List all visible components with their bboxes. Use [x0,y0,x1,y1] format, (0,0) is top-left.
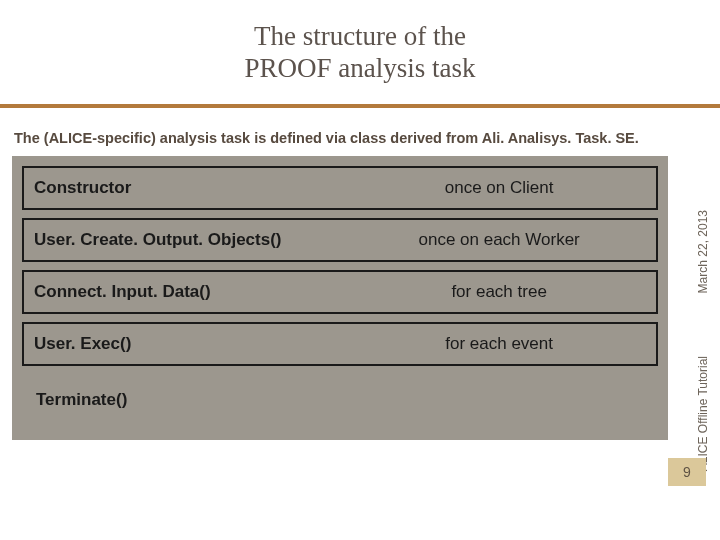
task-row-constructor: Constructor once on Client [22,166,658,210]
method-label: Connect. Input. Data() [34,282,352,302]
freq-label: once on each Worker [352,230,646,250]
side-date: March 22, 2013 [696,210,710,293]
slide-title: The structure of the PROOF analysis task [244,20,475,85]
title-line-1: The structure of the [254,21,466,51]
task-board: Constructor once on Client User. Create.… [12,156,668,440]
task-row-create-output: User. Create. Output. Objects() once on … [22,218,658,262]
freq-label: for each event [352,334,646,354]
page-number: 9 [683,464,691,480]
method-label: Constructor [34,178,352,198]
method-label: User. Create. Output. Objects() [34,230,352,250]
header-band: The structure of the PROOF analysis task [0,0,720,108]
task-row-connect-input: Connect. Input. Data() for each tree [22,270,658,314]
freq-label: for each tree [352,282,646,302]
terminate-label: Terminate() [22,390,658,410]
freq-label: once on Client [352,178,646,198]
description-text: The (ALICE-specific) analysis task is de… [14,130,708,146]
title-line-2: PROOF analysis task [244,53,475,83]
task-row-user-exec: User. Exec() for each event [22,322,658,366]
page-number-box: 9 [668,458,706,486]
method-label: User. Exec() [34,334,352,354]
side-tutorial: ALICE Offline Tutorial [696,356,710,471]
